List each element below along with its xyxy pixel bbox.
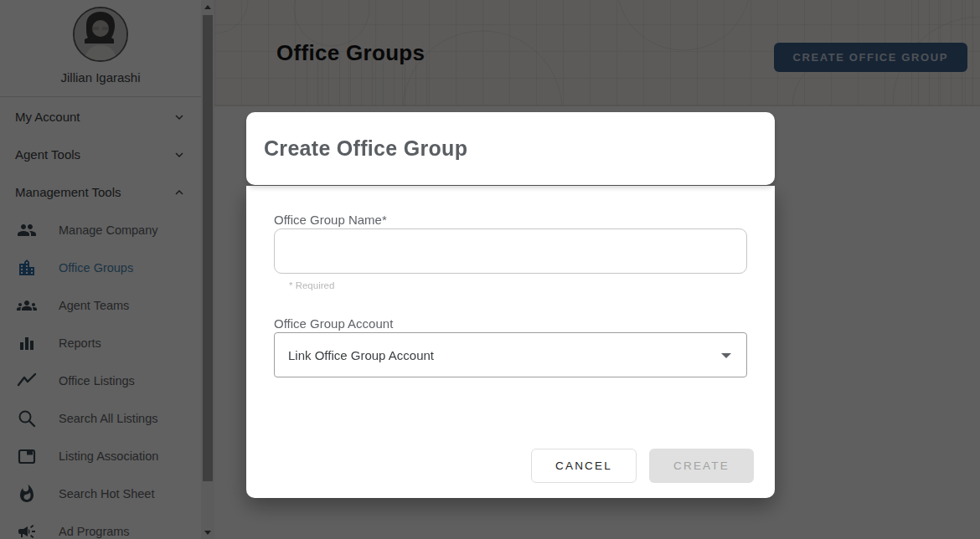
select-value: Link Office Group Account bbox=[288, 348, 434, 362]
dialog-title: Create Office Group bbox=[264, 136, 467, 161]
office-group-account-label: Office Group Account bbox=[274, 316, 393, 331]
create-office-group-dialog: Create Office Group Office Group Name* *… bbox=[246, 112, 775, 498]
office-group-name-label: Office Group Name* bbox=[274, 213, 387, 227]
office-group-name-input[interactable] bbox=[274, 228, 747, 274]
dialog-body: Office Group Name* * Required Office Gro… bbox=[246, 186, 775, 498]
application-window: Jillian Igarashi My Account Agent Tools … bbox=[0, 0, 980, 539]
required-hint: * Required bbox=[289, 280, 334, 290]
cancel-button[interactable]: CANCEL bbox=[531, 449, 637, 483]
office-group-account-select[interactable]: Link Office Group Account bbox=[274, 332, 747, 377]
dialog-header: Create Office Group bbox=[246, 112, 775, 185]
create-button[interactable]: CREATE bbox=[649, 449, 754, 483]
caret-down-icon bbox=[721, 353, 731, 358]
